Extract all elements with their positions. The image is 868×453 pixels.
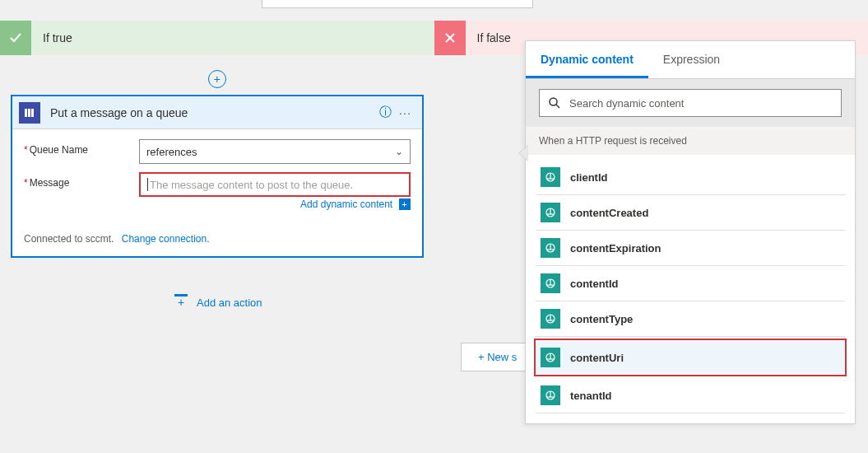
- http-request-icon: [541, 273, 560, 293]
- panel-pointer: [517, 145, 528, 161]
- add-dynamic-plus-icon[interactable]: +: [399, 198, 411, 210]
- http-request-icon: [541, 385, 560, 405]
- message-input[interactable]: The message content to post to the queue…: [139, 172, 411, 197]
- connected-to-text: Connected to sccmt.: [24, 233, 114, 245]
- dynamic-item-label: clientId: [570, 171, 608, 184]
- add-action-icon: [172, 294, 190, 311]
- svg-rect-0: [25, 109, 27, 117]
- add-action-button[interactable]: Add an action: [172, 294, 262, 311]
- plus-icon: +: [208, 70, 226, 88]
- branch-header-if-true[interactable]: If true: [0, 21, 434, 55]
- message-label: *Message: [24, 172, 139, 189]
- change-connection-link[interactable]: Change connection.: [122, 233, 210, 245]
- info-icon[interactable]: ⓘ: [376, 105, 396, 120]
- dynamic-item-label: tenantId: [570, 390, 612, 402]
- check-icon: [0, 21, 31, 55]
- branch-label-if-false: If false: [466, 31, 511, 44]
- branch-if-true: If true + Put a message on a queue ⓘ ···…: [0, 0, 434, 453]
- tab-dynamic-content[interactable]: Dynamic content: [526, 41, 648, 78]
- more-icon[interactable]: ···: [396, 105, 415, 119]
- dynamic-item-label: contentUri: [570, 352, 624, 364]
- dynamic-item-clientId[interactable]: clientId: [536, 160, 845, 195]
- svg-line-4: [556, 105, 559, 108]
- queue-icon: [19, 102, 40, 124]
- insert-step-button[interactable]: +: [8, 70, 426, 88]
- dynamic-item-label: contentExpiration: [570, 242, 661, 255]
- dynamic-item-contentId[interactable]: contentId: [536, 266, 845, 301]
- search-icon: [548, 96, 561, 110]
- add-dynamic-content-link[interactable]: Add dynamic content: [300, 198, 392, 210]
- message-placeholder: The message content to post to the queue…: [150, 179, 353, 191]
- http-request-icon: [541, 203, 560, 222]
- add-action-label: Add an action: [197, 297, 262, 309]
- http-request-icon: [541, 238, 560, 258]
- http-request-icon: [541, 167, 560, 187]
- http-request-icon: [541, 348, 560, 367]
- dynamic-item-contentExpiration[interactable]: contentExpiration: [536, 231, 845, 266]
- dynamic-item-contentUri[interactable]: contentUri: [534, 339, 847, 376]
- dynamic-content-search[interactable]: [539, 89, 842, 117]
- dynamic-item-tenantId[interactable]: tenantId: [536, 378, 845, 413]
- top-action-strip: [262, 0, 533, 8]
- chevron-down-icon: ⌄: [395, 146, 403, 157]
- branch-label-if-true: If true: [31, 31, 72, 44]
- action-card-put-message: Put a message on a queue ⓘ ··· *Queue Na…: [11, 95, 424, 258]
- http-request-icon: [541, 309, 560, 329]
- dynamic-section-header: When a HTTP request is received: [526, 127, 855, 155]
- queue-name-select[interactable]: references ⌄: [139, 139, 411, 164]
- dynamic-item-label: contentType: [570, 313, 633, 325]
- dynamic-item-contentType[interactable]: contentType: [536, 301, 845, 337]
- dynamic-item-label: contentCreated: [570, 207, 648, 219]
- queue-name-label: *Queue Name: [24, 139, 139, 156]
- search-input[interactable]: [569, 97, 833, 110]
- svg-point-3: [550, 98, 557, 105]
- x-icon: [434, 21, 466, 55]
- action-card-title: Put a message on a queue: [40, 106, 376, 119]
- tab-expression[interactable]: Expression: [648, 41, 735, 78]
- dynamic-item-contentCreated[interactable]: contentCreated: [536, 195, 845, 231]
- dynamic-content-list: clientIdcontentCreatedcontentExpirationc…: [526, 155, 855, 423]
- queue-name-value: references: [146, 146, 197, 158]
- action-card-header[interactable]: Put a message on a queue ⓘ ···: [12, 96, 422, 129]
- dynamic-content-panel: Dynamic content Expression When a HTTP r…: [525, 40, 856, 424]
- svg-rect-2: [31, 109, 34, 117]
- new-step-button[interactable]: + New s: [461, 343, 534, 371]
- svg-rect-1: [28, 109, 30, 117]
- dynamic-item-label: contentId: [570, 278, 619, 290]
